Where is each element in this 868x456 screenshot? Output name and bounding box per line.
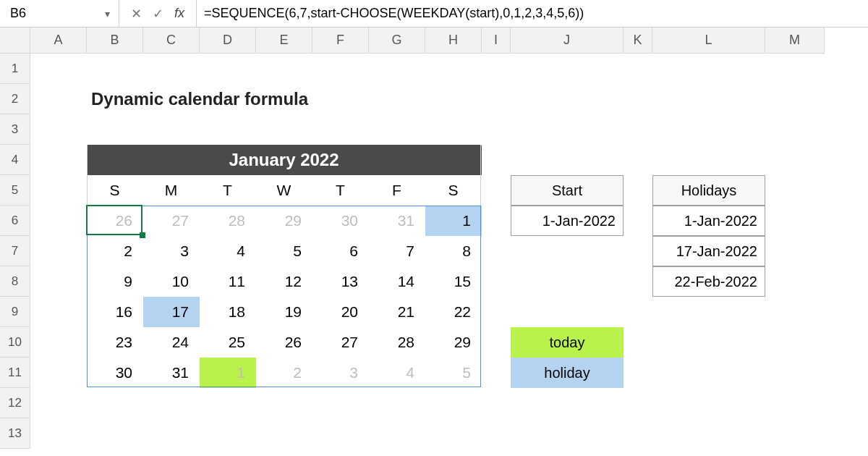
col-header[interactable]: B: [87, 28, 143, 54]
calendar-day[interactable]: 13: [312, 266, 369, 297]
calendar-day[interactable]: 1: [200, 358, 256, 388]
calendar-day[interactable]: 11: [200, 266, 256, 297]
calendar-day[interactable]: 22: [425, 297, 482, 327]
calendar-day[interactable]: 27: [143, 206, 200, 236]
row-header[interactable]: 8: [0, 266, 30, 297]
formula-bar: ▾ ✕ ✓ fx: [0, 0, 868, 28]
weekday-header: S: [425, 175, 482, 206]
calendar-day[interactable]: 4: [369, 358, 425, 388]
holidays-label: Holidays: [652, 175, 765, 206]
row-header[interactable]: 7: [0, 236, 30, 266]
calendar-day[interactable]: 28: [369, 327, 425, 358]
col-header[interactable]: D: [200, 28, 256, 54]
calendar-day[interactable]: 28: [200, 206, 256, 236]
holiday-value[interactable]: 22-Feb-2022: [652, 266, 765, 297]
calendar-day[interactable]: 7: [369, 236, 425, 266]
calendar-day[interactable]: 26: [256, 327, 312, 358]
col-header[interactable]: G: [369, 28, 425, 54]
legend-today: today: [511, 327, 624, 358]
col-header[interactable]: A: [30, 28, 87, 54]
row-header[interactable]: 5: [0, 175, 30, 206]
col-header[interactable]: F: [312, 28, 369, 54]
col-header[interactable]: H: [425, 28, 482, 54]
calendar-month-banner: January 2022: [87, 145, 482, 175]
holiday-value[interactable]: 17-Jan-2022: [652, 236, 765, 266]
calendar-day[interactable]: 15: [425, 266, 482, 297]
row-header[interactable]: 4: [0, 145, 30, 175]
calendar-day[interactable]: 18: [200, 297, 256, 327]
calendar-day[interactable]: 29: [425, 327, 482, 358]
formula-input[interactable]: [197, 0, 868, 27]
spreadsheet-grid[interactable]: A B C D E F G H I J K L M 1 2 3 4 5 6 7 …: [0, 28, 868, 449]
calendar-day[interactable]: 17: [143, 297, 200, 327]
calendar-day[interactable]: 19: [256, 297, 312, 327]
row-header[interactable]: 11: [0, 358, 30, 388]
weekday-header: T: [312, 175, 369, 206]
calendar-day[interactable]: 31: [143, 358, 200, 388]
col-header[interactable]: M: [765, 28, 825, 54]
weekday-header: M: [143, 175, 200, 206]
row-header[interactable]: 13: [0, 418, 30, 449]
name-box[interactable]: ▾: [0, 0, 119, 27]
calendar-day[interactable]: 4: [200, 236, 256, 266]
calendar-day[interactable]: 5: [425, 358, 482, 388]
calendar-day[interactable]: 21: [369, 297, 425, 327]
weekday-header: S: [87, 175, 143, 206]
calendar-day[interactable]: 9: [87, 266, 143, 297]
name-box-input[interactable]: [9, 5, 101, 22]
col-header[interactable]: J: [511, 28, 624, 54]
col-header[interactable]: K: [624, 28, 652, 54]
calendar-day[interactable]: 16: [87, 297, 143, 327]
calendar-day[interactable]: 23: [87, 327, 143, 358]
row-header[interactable]: 12: [0, 388, 30, 418]
calendar-day[interactable]: 2: [256, 358, 312, 388]
col-header[interactable]: L: [652, 28, 765, 54]
calendar-day[interactable]: 8: [425, 236, 482, 266]
legend-holiday: holiday: [511, 358, 624, 388]
calendar-day[interactable]: 12: [256, 266, 312, 297]
row-header[interactable]: 6: [0, 206, 30, 236]
fx-icon[interactable]: fx: [171, 6, 187, 21]
row-header[interactable]: 10: [0, 327, 30, 358]
confirm-icon[interactable]: ✓: [150, 6, 166, 22]
calendar-day[interactable]: 5: [256, 236, 312, 266]
calendar-day[interactable]: 24: [143, 327, 200, 358]
chevron-down-icon[interactable]: ▾: [101, 8, 110, 20]
calendar-day[interactable]: 27: [312, 327, 369, 358]
calendar-day[interactable]: 2: [87, 236, 143, 266]
start-value[interactable]: 1-Jan-2022: [511, 206, 624, 236]
calendar-day[interactable]: 30: [87, 358, 143, 388]
calendar-day[interactable]: 10: [143, 266, 200, 297]
weekday-header: F: [369, 175, 425, 206]
fill-handle[interactable]: [140, 232, 145, 238]
calendar-day[interactable]: 6: [312, 236, 369, 266]
page-title: Dynamic calendar formula: [87, 84, 425, 114]
calendar-day[interactable]: 3: [312, 358, 369, 388]
col-header[interactable]: C: [143, 28, 200, 54]
calendar-day[interactable]: 31: [369, 206, 425, 236]
calendar-day[interactable]: 26: [87, 206, 143, 236]
calendar-day[interactable]: 25: [200, 327, 256, 358]
calendar-day[interactable]: 20: [312, 297, 369, 327]
weekday-header: W: [256, 175, 312, 206]
start-label: Start: [511, 175, 624, 206]
row-header[interactable]: 2: [0, 84, 30, 114]
calendar-day[interactable]: 14: [369, 266, 425, 297]
calendar-day[interactable]: 3: [143, 236, 200, 266]
formula-bar-buttons: ✕ ✓ fx: [119, 0, 197, 27]
col-header[interactable]: E: [256, 28, 312, 54]
calendar-day[interactable]: 30: [312, 206, 369, 236]
holiday-value[interactable]: 1-Jan-2022: [652, 206, 765, 236]
row-header[interactable]: 3: [0, 114, 30, 145]
row-header[interactable]: 9: [0, 297, 30, 327]
row-header[interactable]: 1: [0, 54, 30, 84]
select-all-corner[interactable]: [0, 28, 30, 54]
weekday-header: T: [200, 175, 256, 206]
calendar-day[interactable]: 29: [256, 206, 312, 236]
calendar-day[interactable]: 1: [425, 206, 482, 236]
col-header[interactable]: I: [482, 28, 511, 54]
cancel-icon[interactable]: ✕: [128, 6, 144, 22]
